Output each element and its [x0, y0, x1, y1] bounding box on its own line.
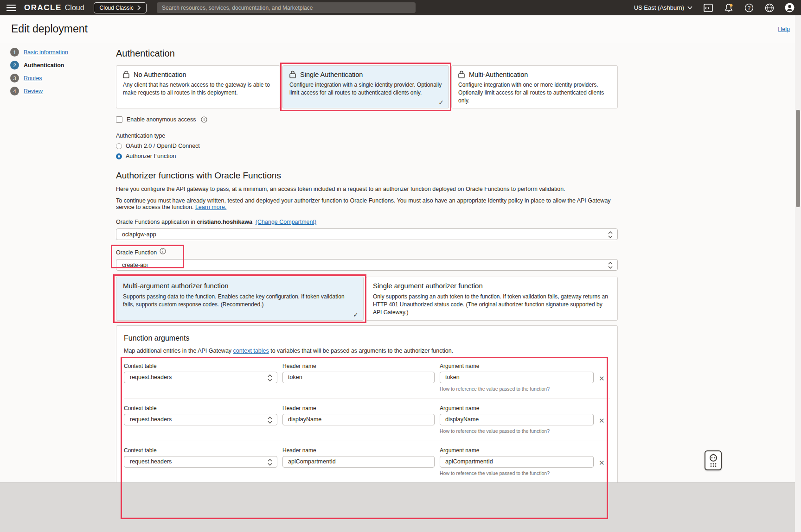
top-navigation-bar: ORACLE Cloud Cloud Classic US East (Ashb… [0, 0, 801, 15]
step-basic-information[interactable]: 1 Basic information [10, 48, 108, 57]
language-globe-icon[interactable] [764, 3, 774, 13]
select-value: request.headers [130, 458, 172, 465]
argument-name-cell: Argument name How to reference the value… [440, 405, 594, 434]
context-table-label: Context table [124, 447, 277, 454]
paragraph-text: To continue you must have already writte… [116, 197, 611, 210]
user-avatar-icon[interactable] [785, 3, 795, 13]
single-authentication-card[interactable]: Single Authentication Configure integrat… [282, 65, 449, 108]
remove-argument-icon[interactable]: ✕ [599, 417, 605, 424]
learn-more-link[interactable]: Learn more. [195, 204, 226, 210]
radio-icon[interactable] [116, 143, 122, 149]
argument-row: Context table request.headers Header nam… [124, 363, 610, 392]
card-description: Only supports passing an auth token to t… [373, 293, 611, 316]
function-arguments-title: Function arguments [124, 334, 610, 342]
change-compartment-link[interactable]: (Change Compartment) [256, 219, 316, 225]
help-question-icon[interactable]: ? [744, 3, 754, 13]
functions-application-field: Oracle Functions application in cristian… [116, 219, 618, 240]
header-name-label: Header name [282, 363, 435, 369]
selected-check-icon: ✓ [353, 311, 359, 318]
header-name-input[interactable] [282, 414, 435, 425]
single-argument-card[interactable]: Single argument authorizer function Only… [366, 277, 618, 320]
context-tables-link[interactable]: context tables [233, 348, 269, 354]
brand-cloud: Cloud [65, 4, 84, 12]
step-label[interactable]: Basic information [24, 49, 68, 56]
cloud-classic-label: Cloud Classic [100, 5, 134, 11]
no-authentication-card[interactable]: No Authentication Any client that has ne… [116, 65, 280, 108]
radio-authorizer-function[interactable]: Authorizer Function [116, 153, 618, 159]
multi-authentication-card[interactable]: Multi-Authentication Configure integrati… [451, 65, 618, 108]
argument-name-input[interactable] [440, 456, 594, 468]
hamburger-menu-icon[interactable] [6, 5, 16, 11]
header-name-input[interactable] [282, 456, 435, 468]
scrollbar-thumb[interactable] [796, 110, 800, 207]
select-value: ociapigw-app [122, 231, 156, 238]
info-icon[interactable] [201, 116, 207, 123]
oracle-cloud-logo[interactable]: ORACLE Cloud [24, 3, 84, 13]
remove-cell: ✕ [599, 405, 608, 434]
select-arrows-icon [267, 416, 273, 424]
argument-name-label: Argument name [440, 363, 594, 369]
compartment-name: cristiano.hoshikawa [197, 219, 252, 225]
step-routes[interactable]: 3 Routes [10, 74, 108, 82]
context-table-select[interactable]: request.headers [124, 372, 277, 383]
context-table-select[interactable]: request.headers [124, 414, 277, 425]
select-value: create-api [122, 262, 148, 268]
search-input[interactable] [157, 2, 416, 13]
radio-oauth-openid[interactable]: OAuth 2.0 / OpenID Connect [116, 143, 618, 149]
oracle-cloud-console: ORACLE Cloud Cloud Classic US East (Ashb… [0, 0, 801, 532]
row-divider [124, 399, 610, 399]
brand-oracle: ORACLE [24, 3, 62, 13]
notifications-bell-icon[interactable] [724, 3, 733, 13]
remove-argument-icon[interactable]: ✕ [599, 459, 605, 467]
argument-hint: How to reference the value passed to the… [440, 470, 594, 476]
step-authentication[interactable]: 2 Authentication [10, 61, 108, 70]
vertical-scrollbar[interactable] [795, 15, 801, 532]
context-table-select[interactable]: request.headers [124, 456, 277, 468]
argument-name-input[interactable] [440, 372, 594, 383]
argument-name-input[interactable] [440, 414, 594, 425]
oracle-function-field: Oracle Function create-api [116, 248, 618, 271]
context-table-cell: Context table request.headers [124, 447, 277, 476]
step-label[interactable]: Routes [24, 75, 42, 82]
page-bottom-strip [0, 482, 801, 532]
header-name-input[interactable] [282, 372, 435, 383]
main-content: Authentication No Authentication Any cli… [116, 43, 618, 532]
argument-name-label: Argument name [440, 447, 594, 454]
card-title: Single argument authorizer function [373, 282, 611, 290]
context-table-label: Context table [124, 363, 277, 369]
argument-name-cell: Argument name How to reference the value… [440, 363, 594, 392]
assistant-widget[interactable] [705, 450, 722, 470]
enable-anonymous-access-checkbox[interactable] [116, 116, 122, 123]
step-number: 2 [10, 61, 19, 70]
multi-argument-card[interactable]: Multi-argument authorizer function Suppo… [116, 277, 364, 320]
region-selector[interactable]: US East (Ashburn) [634, 4, 692, 11]
lock-open-icon [123, 70, 129, 78]
svg-text:?: ? [747, 5, 750, 11]
argument-name-label: Argument name [440, 405, 594, 412]
radio-selected-icon[interactable] [116, 153, 122, 159]
help-link[interactable]: Help [778, 26, 790, 32]
authentication-section-title: Authentication [116, 48, 618, 59]
header-name-label: Header name [282, 447, 435, 454]
step-review[interactable]: 4 Review [10, 87, 108, 95]
page-title: Edit deployment [11, 23, 88, 35]
anonymous-access-row: Enable anonymous access [116, 116, 618, 123]
robot-icon [707, 453, 719, 468]
context-table-label: Context table [124, 405, 277, 412]
functions-application-label: Oracle Functions application in cristian… [116, 219, 618, 225]
header-name-cell: Header name [282, 363, 435, 392]
oracle-function-select[interactable]: create-api [116, 259, 618, 271]
cloud-classic-button[interactable]: Cloud Classic [94, 2, 147, 13]
select-arrows-icon [267, 374, 273, 382]
lock-closed-icon [289, 70, 296, 78]
argument-hint: How to reference the value passed to the… [440, 386, 594, 392]
dev-console-icon[interactable] [703, 3, 713, 13]
functions-application-select[interactable]: ociapigw-app [116, 228, 618, 240]
remove-argument-icon[interactable]: ✕ [599, 374, 605, 382]
label-text: Oracle Functions application in [116, 219, 197, 225]
oracle-function-label: Oracle Function [116, 249, 157, 256]
card-description: Supports passing data to the function. E… [123, 293, 357, 309]
step-label[interactable]: Review [24, 88, 43, 95]
info-icon[interactable] [160, 248, 166, 254]
lock-closed-icon [458, 70, 465, 78]
